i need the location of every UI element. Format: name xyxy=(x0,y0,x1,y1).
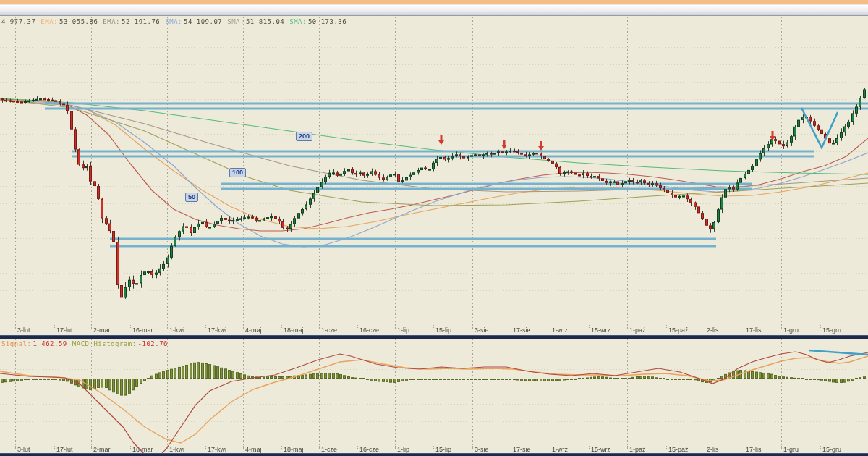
price-chart-canvas[interactable] xyxy=(0,17,868,335)
legend-token-label: MACD Histogram: xyxy=(72,340,137,347)
macd-canvas[interactable] xyxy=(0,339,868,456)
legend-token-value: 54 109.07 xyxy=(184,18,222,25)
legend-token-value: 52 191.76 xyxy=(122,18,160,25)
macd-legend: Signal:1 462.59MACD Histogram:-102.76 xyxy=(1,340,173,347)
charting-app-window: 4 977.37EMA:53 055.86EMA:52 191.76SMA:54… xyxy=(0,0,868,456)
legend-token-value: 50 173.36 xyxy=(308,18,346,25)
legend-token-label: EMA: xyxy=(41,18,58,25)
bottom-border-band xyxy=(0,453,868,456)
legend-token-value: -102.76 xyxy=(138,340,168,347)
ma-period-chip[interactable]: 50 xyxy=(185,193,198,202)
legend-token-value: 53 055.86 xyxy=(59,18,98,25)
ma-period-chip[interactable]: 200 xyxy=(296,132,312,141)
legend-token-label: Signal: xyxy=(1,340,31,347)
legend-token-label: SMA: xyxy=(165,18,182,25)
legend-token-value: 4 977.37 xyxy=(1,18,35,25)
legend-token-label: SMA: xyxy=(227,18,244,25)
legend-token-value: 1 462.59 xyxy=(33,340,67,347)
macd-panel[interactable]: Signal:1 462.59MACD Histogram:-102.76 xyxy=(0,339,868,456)
toolbar-strip xyxy=(0,5,868,16)
price-indicator-legend: 4 977.37EMA:53 055.86EMA:52 191.76SMA:54… xyxy=(1,18,352,25)
ma-period-chip[interactable]: 100 xyxy=(229,168,246,177)
legend-token-value: 51 815.04 xyxy=(246,18,284,25)
legend-token-label: EMA: xyxy=(103,18,120,25)
price-chart-panel[interactable]: 4 977.37EMA:53 055.86EMA:52 191.76SMA:54… xyxy=(0,17,868,335)
window-title-bar xyxy=(0,0,868,4)
legend-token-label: SMA: xyxy=(289,18,307,25)
